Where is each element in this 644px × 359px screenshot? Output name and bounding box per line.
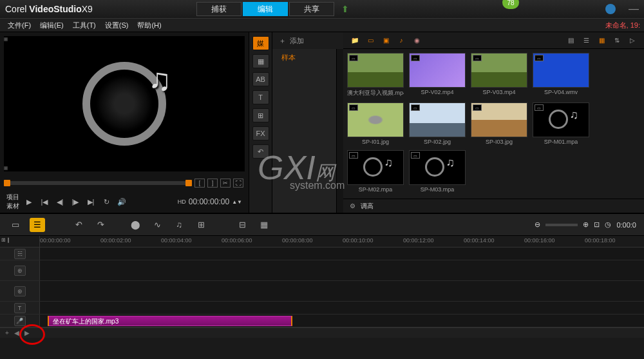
filter-photo-icon[interactable]: ▣: [381, 36, 391, 45]
menu-file[interactable]: 文件(F): [8, 21, 31, 30]
video-track-icon[interactable]: ⊛: [14, 266, 26, 276]
zoom-in-icon[interactable]: ⊕: [583, 220, 589, 229]
tab-title[interactable]: AB: [252, 72, 269, 86]
upload-icon[interactable]: ⬆: [341, 4, 349, 14]
tab-graphic[interactable]: ⊞: [252, 108, 269, 122]
ruler-tick: 00:00:16:00: [524, 237, 555, 244]
zoom-slider[interactable]: [545, 224, 578, 226]
tab-edit[interactable]: 编辑: [243, 2, 288, 16]
scroll-left-icon[interactable]: ◀: [14, 329, 19, 336]
timeline-duration: 0:00:0: [616, 221, 636, 229]
tab-media[interactable]: 媒: [252, 36, 269, 50]
overlay-track-icon[interactable]: ⊛: [14, 286, 26, 296]
library-thumb[interactable]: ▭SP-V04.wmv: [533, 53, 589, 97]
library-thumb[interactable]: ▭♫SP-M02.mpa: [347, 150, 404, 193]
library-grid: ▭澳大利亚导入视频.mp4▭SP-V02.mp4▭SP-V03.mp4▭SP-V…: [343, 49, 644, 199]
tab-share[interactable]: 共享: [289, 2, 334, 16]
minimize-icon[interactable]: —: [629, 3, 639, 15]
preview-timecode[interactable]: HD 00:00:00:00 ▲▼: [178, 197, 242, 206]
adjust-label[interactable]: 调高: [361, 202, 374, 211]
prev-frame-icon[interactable]: ◀|: [54, 196, 66, 208]
timeline-view-icon[interactable]: ☰: [30, 218, 45, 232]
menu-help[interactable]: 帮助(H): [137, 21, 161, 30]
sort-icon[interactable]: ⇅: [612, 36, 622, 45]
fit-icon[interactable]: ⊡: [594, 220, 600, 229]
home-icon[interactable]: |◀: [39, 196, 50, 208]
library-thumb[interactable]: ▭SP-V02.mp4: [409, 53, 466, 97]
add-track-icon[interactable]: +: [5, 329, 9, 336]
library-thumb[interactable]: ▭SP-I01.jpg: [347, 102, 404, 145]
library-thumb[interactable]: ▭♫SP-M03.mpa: [409, 150, 466, 193]
record-icon[interactable]: ⬤: [128, 218, 143, 232]
collapse-icon[interactable]: ▷: [627, 36, 638, 45]
library-thumb[interactable]: ▭澳大利亚导入视频.mp4: [347, 53, 404, 97]
storyboard-view-icon[interactable]: ▭: [8, 218, 23, 232]
timeline-ruler[interactable]: ⊞ ∥ 00:00:00:0000:00:02:0000:00:04:0000:…: [0, 236, 644, 247]
view-grid-icon[interactable]: ▦: [596, 36, 607, 45]
thumb-label: SP-I01.jpg: [362, 139, 389, 145]
add-folder-button[interactable]: ＋ 添加: [279, 36, 304, 46]
scroll-right-icon[interactable]: ▶: [24, 329, 30, 336]
voice-track-icon[interactable]: 🎤: [14, 316, 26, 326]
user-icon[interactable]: [605, 4, 616, 14]
next-frame-icon[interactable]: |▶: [70, 196, 81, 208]
audio-clip[interactable]: 坐在矿车上的国家.mp3: [48, 316, 292, 326]
ruler-tick: 00:00:08:00: [282, 237, 313, 244]
folder-samples[interactable]: 样本: [272, 49, 336, 66]
library-thumb[interactable]: ▭♫SP-M01.mpa: [533, 102, 589, 145]
menu-settings[interactable]: 设置(S): [105, 21, 129, 30]
ruler-tick: 00:00:02:00: [100, 237, 131, 244]
import-icon[interactable]: 📁: [350, 36, 360, 45]
title-bar: Corel VideoStudioX9 捕获 编辑 共享 ⬆ 78 —: [0, 0, 644, 18]
notification-badge[interactable]: 78: [502, 0, 519, 9]
mark-in-icon[interactable]: [: [194, 179, 205, 188]
batch-icon[interactable]: ⊞: [193, 218, 209, 232]
menu-edit[interactable]: 编辑(E): [40, 21, 64, 30]
chapter-icon[interactable]: ▦: [256, 218, 272, 232]
filter-misc-icon[interactable]: ◉: [412, 36, 422, 45]
play-mode-labels[interactable]: 项目 素材: [6, 193, 19, 211]
redo-icon[interactable]: ↷: [93, 218, 108, 232]
zoom-out-icon[interactable]: ⊖: [535, 220, 540, 229]
track-title: T: [0, 302, 644, 315]
track-voice: 🎤 坐在矿车上的国家.mp3: [0, 315, 644, 327]
ruler-tick: 00:00:00:00: [40, 237, 71, 244]
track-mgr-icon[interactable]: ⊟: [234, 218, 250, 232]
ruler-tick: 00:00:04:00: [161, 237, 192, 244]
end-icon[interactable]: ▶|: [85, 196, 97, 208]
track-overlay: ⊛: [0, 281, 644, 302]
tab-fx[interactable]: FX: [252, 126, 269, 141]
library-thumb[interactable]: ▭SP-V03.mp4: [471, 53, 527, 97]
mark-out-icon[interactable]: ]: [207, 179, 218, 188]
tab-path[interactable]: ↶: [252, 144, 269, 159]
ruler-tick: 00:00:10:00: [343, 237, 374, 244]
filter-video-icon[interactable]: ▭: [365, 36, 375, 45]
menu-tools[interactable]: 工具(T): [73, 21, 96, 30]
mixer-icon[interactable]: ∿: [149, 218, 165, 232]
filter-audio-icon[interactable]: ♪: [396, 36, 406, 45]
tab-capture[interactable]: 捕获: [196, 2, 242, 16]
auto-music-icon[interactable]: ♫: [171, 218, 187, 232]
loop-icon[interactable]: ↻: [100, 196, 112, 208]
undo-icon[interactable]: ↶: [71, 218, 86, 232]
split-icon[interactable]: ✂: [220, 179, 231, 188]
thumb-label: SP-M02.mpa: [359, 186, 393, 193]
timeline-panel: ▭ ☰ ↶ ↷ ⬤ ∿ ♫ ⊞ ⊟ ▦ ⊖ ⊕ ⊡ ◷ 0:00:0 ⊞ ∥ 0…: [0, 214, 644, 338]
title-track-icon[interactable]: T: [14, 303, 26, 313]
preview-canvas[interactable]: ♫: [4, 36, 245, 171]
thumb-label: 澳大利亚导入视频.mp4: [347, 89, 404, 97]
library-thumb[interactable]: ▭SP-I03.jpg: [471, 102, 527, 145]
volume-icon[interactable]: 🔊: [116, 196, 128, 208]
tab-transition[interactable]: ▦: [252, 54, 269, 68]
options-icon[interactable]: ⚙: [350, 202, 355, 209]
library-thumb[interactable]: ▭SP-I02.jpg: [409, 102, 466, 145]
library-toolbar: 📁 ▭ ▣ ♪ ◉ ▤ ☰ ▦ ⇅ ▷: [343, 32, 644, 49]
tab-text[interactable]: T: [252, 90, 269, 104]
view-detail-icon[interactable]: ▤: [565, 36, 576, 45]
clock-icon[interactable]: ◷: [605, 220, 611, 229]
scrub-slider[interactable]: [5, 181, 191, 185]
play-icon[interactable]: ▶: [23, 196, 35, 208]
fullscreen-icon[interactable]: ⛶: [233, 179, 243, 188]
marker-track-icon[interactable]: ☵: [14, 249, 26, 259]
view-list-icon[interactable]: ☰: [581, 36, 591, 45]
